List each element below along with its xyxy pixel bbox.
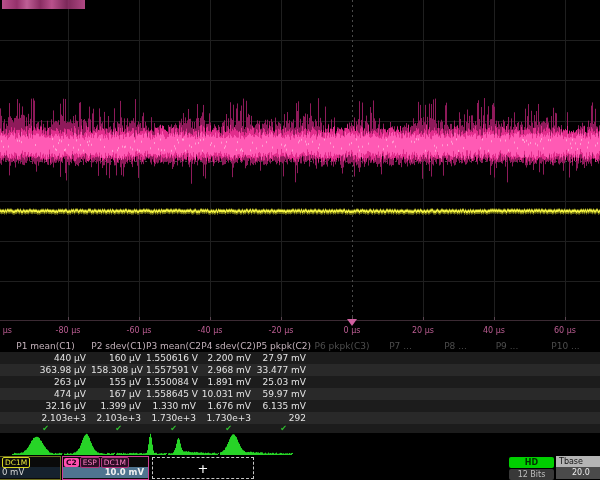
- measure-cell: [483, 352, 531, 364]
- measure-cell: 2.968 mV: [201, 364, 256, 376]
- measure-row-mean: 363.98 µV158.308 µV1.557591 V2.968 mV33.…: [0, 364, 600, 376]
- param-status-check-icon: ✔: [91, 424, 146, 433]
- param-header-p5[interactable]: P5 pkpk(C2): [256, 340, 311, 352]
- param-header-p4[interactable]: P4 sdev(C2): [201, 340, 256, 352]
- measure-cell: 167 µV: [91, 388, 146, 400]
- measure-cell: [373, 400, 428, 412]
- time-axis-label: -60 µs: [127, 326, 152, 335]
- measure-cell: 363.98 µV: [0, 364, 91, 376]
- c1-coupling-badge: DC1M: [2, 457, 30, 468]
- param-histicons[interactable]: [0, 433, 600, 456]
- param-status-check-icon: [428, 424, 483, 433]
- measure-cell: [483, 376, 531, 388]
- measure-cell: 474 µV: [0, 388, 91, 400]
- time-axis-label: 20 µs: [412, 326, 434, 335]
- measure-cell: [311, 376, 373, 388]
- time-axis-label: 0 µs: [344, 326, 361, 335]
- param-status-check-icon: [311, 424, 373, 433]
- measure-cell: [428, 388, 483, 400]
- measure-cell: 1.399 µV: [91, 400, 146, 412]
- measure-cell: 6.135 mV: [256, 400, 311, 412]
- param-status-check-icon: ✔: [0, 424, 91, 433]
- param-header-p7[interactable]: P7 ...: [373, 340, 428, 352]
- measure-cell: [483, 400, 531, 412]
- c2-coupling-badge: DC1M: [101, 457, 129, 468]
- measure-cell: [531, 352, 600, 364]
- measure-cell: 10.031 mV: [201, 388, 256, 400]
- time-axis-label: 60 µs: [554, 326, 576, 335]
- measure-cell: [531, 376, 600, 388]
- measure-cell: [311, 352, 373, 364]
- hd-mode-badge[interactable]: HD: [509, 457, 554, 468]
- param-status-check-icon: ✔: [146, 424, 201, 433]
- measure-cell: 25.03 mV: [256, 376, 311, 388]
- measure-cell: [531, 364, 600, 376]
- measure-cell: 1.557591 V: [146, 364, 201, 376]
- measure-cell: 1.550084 V: [146, 376, 201, 388]
- measure-cell: [311, 388, 373, 400]
- measure-cell: 158.308 µV: [91, 364, 146, 376]
- measure-cell: [483, 388, 531, 400]
- measure-cell: 33.477 mV: [256, 364, 311, 376]
- measure-row-num: 2.103e+32.103e+31.730e+31.730e+3292: [0, 412, 600, 424]
- measure-cell: [483, 364, 531, 376]
- adc-bits-label: 12 Bits: [509, 469, 554, 480]
- plus-icon: +: [198, 462, 209, 475]
- param-status-check-icon: [373, 424, 428, 433]
- param-header-p3[interactable]: P3 mean(C2): [146, 340, 201, 352]
- time-axis-label: -80 µs: [56, 326, 81, 335]
- time-axis: -100 µs-80 µs-60 µs-40 µs-20 µs0 µs20 µs…: [0, 322, 600, 339]
- param-header-p6[interactable]: P6 pkpk(C3): [311, 340, 373, 352]
- trigger-position-marker[interactable]: [347, 319, 357, 326]
- param-header-p8[interactable]: P8 ...: [428, 340, 483, 352]
- measure-cell: 292: [256, 412, 311, 424]
- param-header-p1[interactable]: P1 mean(C1): [0, 340, 91, 352]
- measure-cell: [531, 412, 600, 424]
- measure-cell: [428, 376, 483, 388]
- measure-row-max: 474 µV167 µV1.558645 V10.031 mV59.97 mV: [0, 388, 600, 400]
- measure-cell: 263 µV: [0, 376, 91, 388]
- measure-cell: 1.676 mV: [201, 400, 256, 412]
- measure-cell: [428, 352, 483, 364]
- param-status-check-icon: [483, 424, 531, 433]
- measure-cell: [483, 412, 531, 424]
- measure-cell: [311, 400, 373, 412]
- measure-cell: 1.550616 V: [146, 352, 201, 364]
- measure-row-value: 440 µV160 µV1.550616 V2.200 mV27.97 mV: [0, 352, 600, 364]
- measure-cell: 2.103e+3: [91, 412, 146, 424]
- c2-descriptor[interactable]: C2 ESP DC1M 10.0 mV: [62, 456, 149, 480]
- time-axis-label: -100 µs: [0, 326, 12, 335]
- param-status-check-icon: [531, 424, 600, 433]
- measure-cell: 440 µV: [0, 352, 91, 364]
- measure-cell: 2.200 mV: [201, 352, 256, 364]
- measure-cell: 32.16 µV: [0, 400, 91, 412]
- param-header-p9[interactable]: P9 ...: [483, 340, 531, 352]
- measure-cell: [531, 400, 600, 412]
- measure-cell: 1.558645 V: [146, 388, 201, 400]
- param-header-p2[interactable]: P2 sdev(C1): [91, 340, 146, 352]
- measure-cell: [373, 376, 428, 388]
- c1-descriptor[interactable]: DC1M 0 mV: [0, 456, 61, 480]
- add-trace-button[interactable]: +: [152, 457, 254, 479]
- measure-row-min: 263 µV155 µV1.550084 V1.891 mV25.03 mV: [0, 376, 600, 388]
- waveform-display[interactable]: [0, 0, 600, 322]
- measure-cell: 2.103e+3: [0, 412, 91, 424]
- clipped-trace-label: [2, 0, 85, 9]
- param-status-check-icon: ✔: [201, 424, 256, 433]
- measure-cell: 1.730e+3: [146, 412, 201, 424]
- timebase-descriptor[interactable]: Tbase 20.0: [556, 456, 600, 479]
- c2-esp-badge: ESP: [80, 457, 100, 468]
- time-axis-label: -40 µs: [198, 326, 223, 335]
- bottom-bar: DC1M 0 mV C2 ESP DC1M 10.0 mV + HD 12 Bi…: [0, 456, 600, 480]
- c1-scale-value: 0 mV: [0, 467, 60, 478]
- measure-cell: 1.330 mV: [146, 400, 201, 412]
- measure-cell: 160 µV: [91, 352, 146, 364]
- timebase-value: 20.0: [556, 467, 600, 479]
- measurement-table: P1 mean(C1)P2 sdev(C1)P3 mean(C2)P4 sdev…: [0, 340, 600, 433]
- time-axis-label: -20 µs: [269, 326, 294, 335]
- measure-cell: [373, 412, 428, 424]
- param-status-check-icon: ✔: [256, 424, 311, 433]
- param-header-p10[interactable]: P10 ...: [531, 340, 600, 352]
- measure-cell: [311, 412, 373, 424]
- measure-cell: 1.730e+3: [201, 412, 256, 424]
